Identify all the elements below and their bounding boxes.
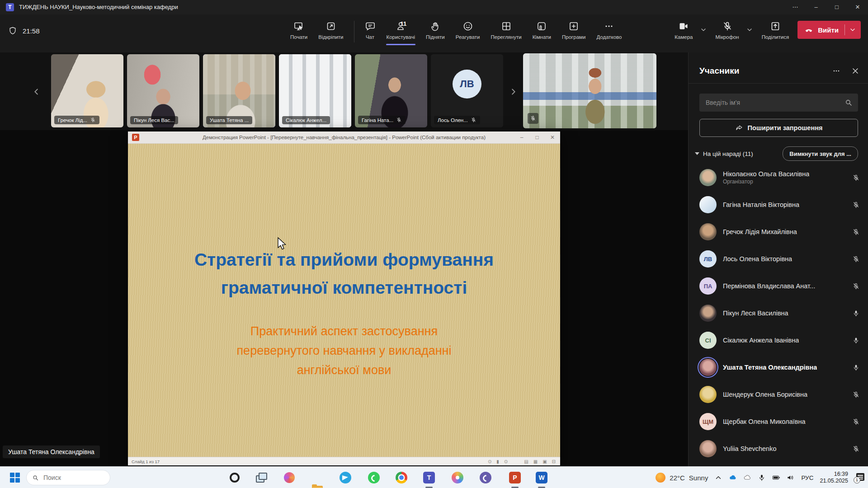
video-tile-sikaliuk[interactable]: Сікалюк Анжел... xyxy=(279,54,351,127)
mic-off-icon[interactable] xyxy=(852,201,860,209)
mic-off-icon[interactable] xyxy=(852,445,860,453)
leave-chevron-down-icon[interactable] xyxy=(849,26,856,33)
participant-row[interactable]: Гагіна Наталія Вікторівна xyxy=(689,191,868,218)
clock-time: 16:39 xyxy=(820,471,848,478)
notification-center-icon[interactable]: 1 xyxy=(854,473,864,482)
video-tile-ushata-active[interactable]: Ушата Тетяна ... xyxy=(203,54,275,127)
maximize-icon[interactable]: □ xyxy=(826,0,847,14)
share-invite-icon xyxy=(735,124,743,132)
camera-chevron-down-icon[interactable] xyxy=(700,26,707,33)
react-button[interactable]: Реагувати xyxy=(452,19,484,42)
grid-view-icon[interactable]: ▦ xyxy=(533,459,538,464)
chat-button[interactable]: Чат xyxy=(361,19,380,42)
participant-search[interactable] xyxy=(699,94,858,112)
reading-view-icon[interactable]: ▣ xyxy=(542,459,547,464)
mic-off-icon[interactable] xyxy=(852,282,860,290)
rooms-button[interactable]: Кімнати xyxy=(528,19,555,42)
participant-row-speaking[interactable]: Ушата Тетяна Олександрівна xyxy=(689,354,868,381)
onedrive-icon[interactable] xyxy=(729,474,737,482)
tray-mic-icon[interactable] xyxy=(758,474,766,482)
minimize-icon[interactable]: – xyxy=(806,0,826,14)
photos-app-icon[interactable] xyxy=(283,472,295,483)
unpin-button[interactable]: Відкріпити xyxy=(314,19,347,42)
video-tile-gagina[interactable]: Гагіна Ната... xyxy=(355,54,427,127)
participant-row[interactable]: СІ Сікалюк Анжела Іванівна xyxy=(689,327,868,354)
video-tile-los[interactable]: ЛВ Лось Олен... xyxy=(431,54,503,127)
participant-row[interactable]: Шендерук Олена Борисівна xyxy=(689,381,868,408)
participant-row[interactable]: Ніколаєнко Ольга Василівна Організатор xyxy=(689,164,868,191)
participant-row[interactable]: Пікун Леся Василівна xyxy=(689,300,868,327)
chrome-icon[interactable] xyxy=(396,472,407,483)
mic-off-icon[interactable] xyxy=(852,228,860,236)
mic-off-icon[interactable] xyxy=(852,255,860,263)
weather-temp: 22°C xyxy=(670,474,685,482)
weather-widget[interactable]: 22°C Sunny xyxy=(656,473,708,483)
pen-menu-icon[interactable]: ▮ xyxy=(496,459,499,464)
mic-off-icon[interactable] xyxy=(852,391,860,399)
share-button[interactable]: Поділитися xyxy=(758,19,793,42)
mic-on-icon[interactable] xyxy=(852,337,860,344)
raise-hand-button[interactable]: Підняти xyxy=(422,19,449,42)
telegram-icon[interactable] xyxy=(340,472,351,483)
mic-on-icon[interactable] xyxy=(852,310,860,317)
mute-all-button[interactable]: Вимкнути звук для ... xyxy=(783,146,858,161)
powerpoint-titlebar: P Демонстрация PowerPoint - [Перевернуте… xyxy=(128,131,560,144)
search-input[interactable] xyxy=(705,99,844,107)
apps-button[interactable]: Програми xyxy=(558,19,590,42)
strip-next-button[interactable] xyxy=(507,84,519,99)
next-slide-icon[interactable]: ⊙ xyxy=(504,459,508,464)
language-indicator[interactable]: РУС xyxy=(801,474,813,481)
more-actions-button[interactable]: Додатково xyxy=(592,19,626,42)
participant-row[interactable]: ЩМ Щербак Олена Миколаївна xyxy=(689,408,868,435)
paint-icon[interactable] xyxy=(452,472,463,483)
microphone-button[interactable]: Мікрофон xyxy=(712,19,743,42)
camera-button[interactable]: Камера xyxy=(670,19,697,42)
windows-start-icon[interactable] xyxy=(10,473,20,483)
panel-close-icon[interactable] xyxy=(851,66,860,75)
mic-chevron-down-icon[interactable] xyxy=(746,26,753,33)
strip-prev-button[interactable] xyxy=(31,84,42,99)
volume-icon[interactable] xyxy=(787,474,795,482)
participant-row[interactable]: Гречок Лідія Михайлівна xyxy=(689,218,868,245)
video-tile-pikun[interactable]: Пікун Леся Вас... xyxy=(127,54,199,127)
taskbar-search[interactable] xyxy=(26,470,110,485)
clock[interactable]: 16:39 21.05.2025 xyxy=(820,471,848,484)
mic-off-icon[interactable] xyxy=(852,418,860,426)
section-caret-icon[interactable] xyxy=(695,152,699,155)
participant-row[interactable]: ПА Пермінова Владислава Анат... xyxy=(689,272,868,300)
start-recording-button[interactable]: Почати xyxy=(286,19,311,42)
participant-row[interactable]: Yuliia Shevchenko xyxy=(689,435,868,462)
spotlight-video-tile[interactable] xyxy=(523,53,656,128)
mic-muted-icon xyxy=(722,21,733,32)
file-explorer-icon[interactable] xyxy=(311,486,323,488)
battery-icon[interactable] xyxy=(772,474,780,482)
participant-name: Гречок Лідія Михайлівна xyxy=(723,228,797,235)
window-more-icon[interactable]: ⋯ xyxy=(785,0,806,14)
participants-button[interactable]: 11 Користувачі xyxy=(382,19,419,42)
taskbar-search-input[interactable] xyxy=(42,474,104,482)
ppt-maximize-icon[interactable]: □ xyxy=(529,131,545,143)
teams-icon[interactable]: T xyxy=(423,472,435,483)
ring-app-icon[interactable] xyxy=(229,472,241,483)
panel-more-icon[interactable] xyxy=(832,66,841,75)
prev-slide-icon[interactable]: ⊙ xyxy=(488,459,491,464)
viber-icon[interactable] xyxy=(480,472,491,483)
ppt-close-icon[interactable]: ✕ xyxy=(545,131,560,143)
tray-chevron-up-icon[interactable] xyxy=(714,474,722,482)
word-icon[interactable]: W xyxy=(536,472,547,483)
cloud-icon[interactable] xyxy=(743,474,751,482)
slideshow-view-icon[interactable]: ⊟ xyxy=(552,459,556,464)
close-icon[interactable]: ✕ xyxy=(847,0,868,14)
ppt-minimize-icon[interactable]: – xyxy=(514,131,529,143)
mic-on-icon[interactable] xyxy=(852,364,860,371)
task-view-icon[interactable] xyxy=(255,472,267,483)
mic-off-icon[interactable] xyxy=(852,174,860,182)
notes-view-icon[interactable]: ▤ xyxy=(524,459,528,464)
powerpoint-taskbar-icon[interactable]: P xyxy=(509,472,521,483)
share-invite-button[interactable]: Поширити запрошення xyxy=(699,119,858,137)
participant-row[interactable]: ЛВ Лось Олена Вікторівна xyxy=(689,245,868,272)
leave-button[interactable]: Вийти xyxy=(797,21,861,39)
video-tile-grechok[interactable]: Гречок Лід... xyxy=(51,54,123,127)
whatsapp-icon[interactable] xyxy=(368,472,380,483)
view-button[interactable]: Переглянути xyxy=(487,19,526,42)
